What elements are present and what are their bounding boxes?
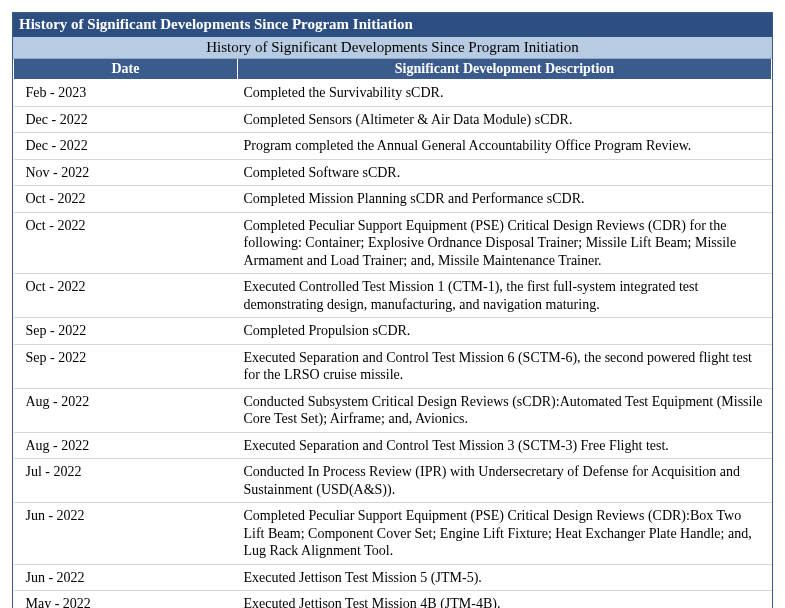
table-row: Oct - 2022Completed Peculiar Support Equ… [14, 212, 772, 274]
desc-cell: Completed the Survivability sCDR. [238, 80, 772, 107]
desc-cell: Completed Propulsion sCDR. [238, 318, 772, 345]
date-cell: Oct - 2022 [14, 212, 238, 274]
date-cell: Jul - 2022 [14, 459, 238, 503]
date-cell: Jun - 2022 [14, 564, 238, 591]
date-cell: Feb - 2023 [14, 80, 238, 107]
desc-cell: Executed Separation and Control Test Mis… [238, 432, 772, 459]
table-row: Feb - 2023Completed the Survivability sC… [14, 80, 772, 107]
date-cell: Aug - 2022 [14, 432, 238, 459]
date-cell: Oct - 2022 [14, 274, 238, 318]
table-row: Sep - 2022Executed Separation and Contro… [14, 344, 772, 388]
table-row: Oct - 2022Executed Controlled Test Missi… [14, 274, 772, 318]
date-cell: May - 2022 [14, 591, 238, 609]
date-cell: Sep - 2022 [14, 318, 238, 345]
date-cell: Dec - 2022 [14, 106, 238, 133]
date-cell: Sep - 2022 [14, 344, 238, 388]
table-row: Aug - 2022Executed Separation and Contro… [14, 432, 772, 459]
desc-cell: Executed Controlled Test Mission 1 (CTM-… [238, 274, 772, 318]
desc-cell: Completed Sensors (Altimeter & Air Data … [238, 106, 772, 133]
table-row: Dec - 2022Program completed the Annual G… [14, 133, 772, 160]
desc-cell: Completed Software sCDR. [238, 159, 772, 186]
date-cell: Nov - 2022 [14, 159, 238, 186]
desc-cell: Completed Peculiar Support Equipment (PS… [238, 212, 772, 274]
table-row: Dec - 2022Completed Sensors (Altimeter &… [14, 106, 772, 133]
desc-cell: Executed Separation and Control Test Mis… [238, 344, 772, 388]
history-table: Date Significant Development Description… [13, 59, 772, 608]
date-cell: Aug - 2022 [14, 388, 238, 432]
desc-cell: Completed Peculiar Support Equipment (PS… [238, 503, 772, 565]
table-row: May - 2022Executed Jettison Test Mission… [14, 591, 772, 609]
table-row: Jul - 2022Conducted In Process Review (I… [14, 459, 772, 503]
desc-cell: Completed Mission Planning sCDR and Perf… [238, 186, 772, 213]
table-row: Aug - 2022Conducted Subsystem Critical D… [14, 388, 772, 432]
desc-cell: Executed Jettison Test Mission 4B (JTM-4… [238, 591, 772, 609]
table-row: Nov - 2022Completed Software sCDR. [14, 159, 772, 186]
desc-cell: Conducted Subsystem Critical Design Revi… [238, 388, 772, 432]
table-row: Oct - 2022Completed Mission Planning sCD… [14, 186, 772, 213]
desc-cell: Program completed the Annual General Acc… [238, 133, 772, 160]
table-subtitle: History of Significant Developments Sinc… [13, 37, 772, 59]
table-row: Jun - 2022Completed Peculiar Support Equ… [14, 503, 772, 565]
col-header-desc: Significant Development Description [238, 59, 772, 80]
table-row: Jun - 2022Executed Jettison Test Mission… [14, 564, 772, 591]
table-title: History of Significant Developments Sinc… [13, 13, 772, 37]
desc-cell: Conducted In Process Review (IPR) with U… [238, 459, 772, 503]
history-table-container: History of Significant Developments Sinc… [12, 12, 773, 608]
table-row: Sep - 2022Completed Propulsion sCDR. [14, 318, 772, 345]
date-cell: Jun - 2022 [14, 503, 238, 565]
date-cell: Dec - 2022 [14, 133, 238, 160]
col-header-date: Date [14, 59, 238, 80]
date-cell: Oct - 2022 [14, 186, 238, 213]
table-header-row: Date Significant Development Description [14, 59, 772, 80]
desc-cell: Executed Jettison Test Mission 5 (JTM-5)… [238, 564, 772, 591]
